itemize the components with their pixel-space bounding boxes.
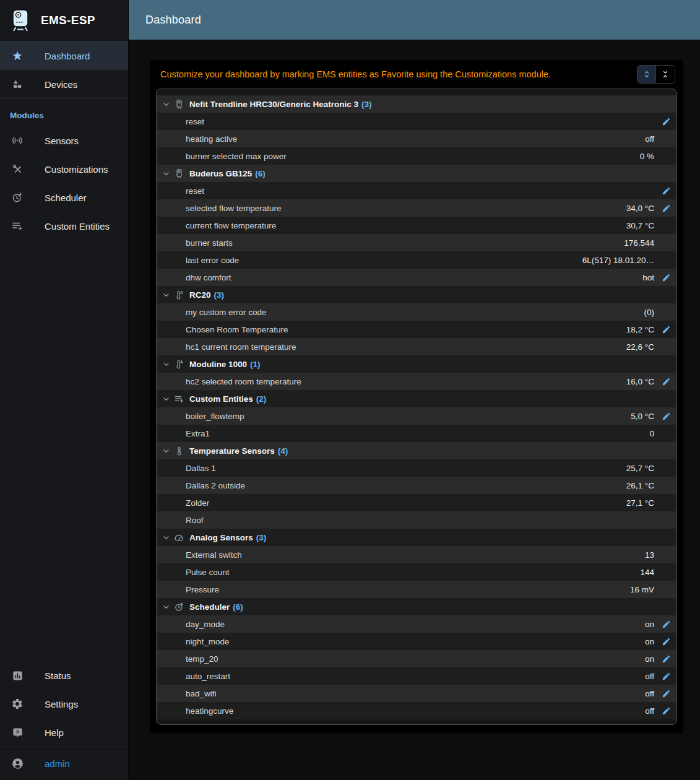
edit-icon[interactable] (654, 186, 673, 196)
chevron-down-icon[interactable] (159, 169, 173, 178)
entity-row: heating activeoff (157, 130, 676, 147)
device-group-count: (6) (233, 602, 243, 612)
entity-row: night_modeon (157, 633, 676, 650)
edit-icon[interactable] (654, 325, 673, 334)
device-group-row[interactable]: Temperature Sensors(4) (157, 442, 676, 459)
entity-row: Chosen Room Temperature18,2 °C (157, 321, 676, 338)
device-group-row[interactable]: Scheduler(6) (157, 598, 676, 615)
device-group-name: Temperature Sensors (189, 446, 275, 456)
entity-row: Pulse count144 (157, 563, 676, 581)
entity-row: Dallas 2 outside26,1 °C (157, 477, 676, 494)
entity-label: External switch (186, 550, 242, 560)
entity-row: my custom error code(0) (157, 303, 676, 321)
entity-value: on (645, 637, 654, 646)
sidebar-item-devices[interactable]: Devices (0, 70, 128, 98)
edit-icon[interactable] (654, 689, 673, 698)
star-icon: ★ (10, 50, 25, 62)
edit-icon[interactable] (654, 377, 673, 386)
device-group-count: (3) (214, 290, 225, 300)
edit-icon[interactable] (654, 706, 673, 716)
sidebar-item-customizations[interactable]: Customizations (0, 155, 128, 183)
edit-icon[interactable] (654, 273, 673, 282)
entity-label: heatingcurve (186, 706, 233, 716)
modules-section: Modules Sensors Customizations (0, 98, 128, 240)
entity-label: Dallas 2 outside (186, 481, 245, 490)
boiler-logo-icon (10, 9, 31, 32)
sidebar-item-label: Custom Entities (45, 221, 110, 232)
boiler-icon (173, 168, 185, 179)
device-group-row[interactable]: Custom Entities(2) (157, 390, 676, 407)
chevron-down-icon[interactable] (159, 100, 173, 109)
entity-label: night_mode (186, 637, 230, 646)
sidebar-item-help[interactable]: ? Help (0, 718, 128, 747)
device-group-name: RC20 (189, 290, 211, 300)
thermometer-icon (173, 446, 185, 456)
entity-value: 30,7 °C (626, 221, 654, 230)
expand-collapse-button-group (637, 65, 675, 84)
edit-icon[interactable] (654, 654, 673, 664)
device-group-row[interactable]: ARC20(3) (157, 286, 676, 303)
sidebar-item-label: Scheduler (45, 193, 87, 203)
modules-section-label: Modules (0, 99, 128, 126)
device-group-row[interactable]: AModuline 1000(1) (157, 355, 676, 373)
edit-icon[interactable] (654, 117, 673, 126)
sidebar-item-custom-entities[interactable]: Custom Entities (0, 212, 128, 240)
entity-row: hc1 current room temperature22,6 °C (157, 338, 676, 355)
edit-icon[interactable] (654, 412, 673, 421)
appbar: Dashboard (129, 0, 700, 40)
thermostat-icon: A (173, 290, 185, 300)
entity-row: burner starts176.544 (157, 234, 676, 251)
entity-row: dhw comforthot (157, 269, 676, 286)
entity-row: Dallas 125,7 °C (157, 459, 676, 477)
entity-row: current flow temperature30,7 °C (157, 217, 676, 234)
collapse-all-button[interactable] (656, 66, 675, 83)
entity-value: 16 mV (630, 585, 654, 594)
chevron-down-icon[interactable] (159, 602, 173, 612)
shapes-icon (10, 79, 25, 90)
chevron-down-icon[interactable] (159, 394, 173, 404)
sidebar-item-label: Settings (45, 699, 78, 709)
device-group-count: (2) (256, 394, 267, 404)
entity-row: External switch13 (157, 546, 676, 563)
device-group-count: (3) (361, 100, 372, 109)
help-icon: ? (10, 727, 25, 739)
gauge-icon (173, 532, 185, 543)
sidebar-item-scheduler[interactable]: Scheduler (0, 183, 128, 212)
entity-label: Dallas 1 (186, 464, 216, 473)
entity-row: Zolder27,1 °C (157, 494, 676, 511)
svg-text:?: ? (15, 729, 19, 735)
main-area: Dashboard Customize your dashboard by ma… (129, 0, 700, 780)
entity-label: hc1 current room temperature (186, 342, 296, 352)
brand: EMS-ESP (0, 0, 128, 41)
entity-label: hc2 selected room temperature (186, 377, 301, 386)
chevron-down-icon[interactable] (159, 360, 173, 369)
clock-plus-icon (10, 191, 25, 204)
sidebar-item-settings[interactable]: Settings (0, 690, 128, 718)
notice-row: Customize your dashboard by marking EMS … (150, 60, 683, 89)
sidebar-item-label: Dashboard (45, 51, 90, 61)
chevron-down-icon[interactable] (159, 533, 173, 542)
sidebar-item-sensors[interactable]: Sensors (0, 126, 128, 155)
edit-icon[interactable] (654, 204, 673, 213)
device-group-row[interactable]: Buderus GB125(6) (157, 165, 676, 182)
entity-row: Pressure16 mV (157, 581, 676, 598)
edit-icon[interactable] (654, 620, 673, 629)
chevron-down-icon[interactable] (159, 446, 173, 456)
entity-value: 176.544 (624, 238, 654, 248)
entity-label: Zolder (186, 498, 209, 508)
entity-table: Nefit Trendline HRC30/Generic Heatronic … (156, 89, 677, 725)
entity-label: Roof (186, 516, 204, 525)
sidebar-footer: Status Settings ? Help (0, 661, 128, 780)
entity-value: 26,1 °C (626, 481, 654, 490)
bar-chart-icon (10, 670, 25, 682)
edit-icon[interactable] (654, 672, 673, 681)
edit-icon[interactable] (654, 637, 673, 646)
device-group-row[interactable]: Analog Sensors(3) (157, 529, 676, 546)
sidebar-item-admin[interactable]: admin (0, 747, 128, 780)
entity-label: day_mode (186, 620, 225, 629)
device-group-row[interactable]: Nefit Trendline HRC30/Generic Heatronic … (157, 95, 676, 113)
sidebar-item-status[interactable]: Status (0, 661, 128, 690)
chevron-down-icon[interactable] (159, 290, 173, 300)
expand-all-button[interactable] (637, 66, 656, 83)
sidebar-item-dashboard[interactable]: ★ Dashboard (0, 41, 128, 70)
